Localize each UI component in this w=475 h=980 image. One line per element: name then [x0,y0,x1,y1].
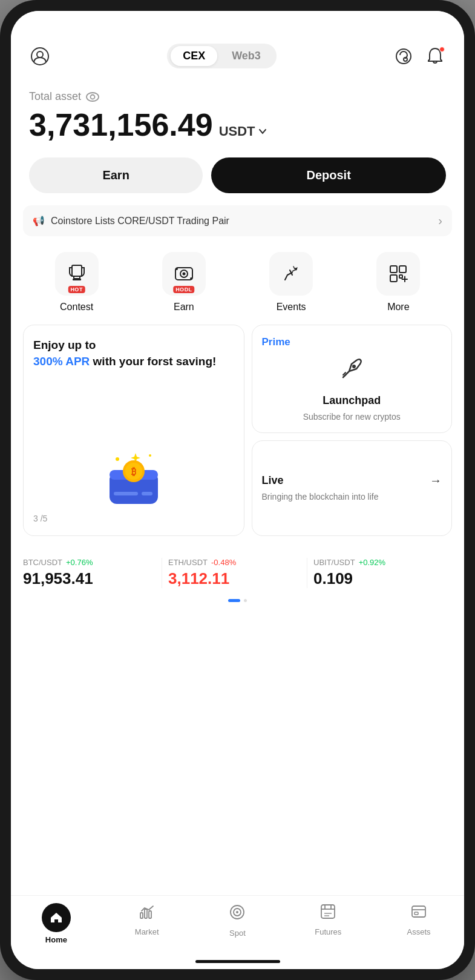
deposit-button[interactable]: Deposit [211,157,446,193]
eth-price: 3,112.11 [168,569,301,588]
nav-assets[interactable]: Assets [395,903,443,944]
svg-rect-28 [114,492,138,495]
scroll-content[interactable]: Total asset 3,731,156.49 USDT [11,78,464,895]
svg-rect-31 [140,913,143,918]
market-label: Market [135,927,159,936]
spot-icon [228,903,246,925]
home-icon [42,903,71,932]
events-label: Events [277,302,306,313]
promo-text-highlight: 300% APR [33,355,90,368]
assets-icon [410,903,427,924]
card-right: Prime Launchpad Subscribe for new crypto… [252,325,453,536]
svg-point-5 [91,94,95,99]
home-bar [11,956,464,969]
live-card[interactable]: Live → Bringing the blockchain into life [252,440,453,536]
home-indicator [195,960,280,963]
market-icon [139,903,156,924]
earn-badge: HODL [173,286,195,293]
svg-point-36 [236,911,238,913]
events-icon [280,263,302,285]
eth-change: -0.48% [211,558,236,567]
more-label: More [387,302,409,313]
nav-spot[interactable]: Spot [213,903,261,944]
svg-rect-44 [414,912,418,915]
web3-tab[interactable]: Web3 [220,46,273,66]
features-grid: HOT Contest HODL [11,246,464,325]
currency-label: USDT [219,124,255,139]
asset-currency[interactable]: USDT [219,124,267,139]
nav-futures[interactable]: Futures [304,903,352,944]
contest-icon [66,263,88,285]
announcement-banner[interactable]: 📢 Coinstore Lists CORE/USDT Trading Pair… [23,205,452,236]
svg-point-13 [190,277,192,280]
phone-frame: CEX Web3 [0,0,475,980]
status-bar [11,11,464,38]
notification-button[interactable] [424,45,446,67]
earn-icon-wrap: HODL [162,252,206,296]
eye-icon[interactable] [86,92,99,102]
nav-market[interactable]: Market [123,903,171,944]
launchpad-description: Subscribe for new cryptos [303,412,401,422]
nav-tabs: CEX Web3 [167,44,277,68]
launchpad-title: Launchpad [323,394,381,407]
action-buttons: Earn Deposit [11,157,464,205]
ubit-pair: UBIT/USDT [313,558,355,567]
svg-text:₿: ₿ [131,466,136,477]
total-asset-text: Total asset [29,90,81,103]
btc-price: 91,953.41 [23,569,156,588]
nav-home[interactable]: Home [32,903,80,944]
earn-icon [173,263,195,285]
more-icon-wrap [376,252,420,296]
announcement-text-group: 📢 Coinstore Lists CORE/USDT Trading Pair [33,215,229,227]
home-label: Home [45,935,67,944]
promo-text: Enjoy up to 300% APR with your forst sav… [33,337,234,369]
contest-label: Contest [60,302,93,313]
promo-card[interactable]: Enjoy up to 300% APR with your forst sav… [23,325,244,536]
live-header: Live → [262,474,442,488]
svg-rect-8 [73,279,81,280]
svg-rect-6 [72,265,82,276]
live-title: Live [262,474,284,487]
slide-indicator: 3 /5 [33,514,234,523]
bottom-nav: Home Market [11,895,464,956]
ticker-dots [11,594,464,609]
feature-events[interactable]: Events [269,252,313,313]
ticker-btc[interactable]: BTC/USDT +0.76% 91,953.41 [23,558,162,588]
promo-text-part2: with your forst saving! [93,355,217,368]
support-button[interactable] [393,45,414,67]
contest-badge: HOT [68,286,85,293]
assets-label: Assets [407,927,431,936]
cex-tab[interactable]: CEX [171,46,217,66]
svg-rect-16 [399,266,406,273]
spot-label: Spot [229,929,246,938]
ticker-eth[interactable]: ETH/USDT -0.48% 3,112.11 [162,558,307,588]
ticker-section: BTC/USDT +0.76% 91,953.41 ETH/USDT -0.48… [11,546,464,594]
events-icon-wrap [269,252,313,296]
svg-point-30 [352,365,356,368]
launchpad-card[interactable]: Prime Launchpad Subscribe for new crypto… [252,325,453,433]
svg-rect-7 [74,276,80,279]
earn-button[interactable]: Earn [29,157,203,193]
profile-button[interactable] [29,45,51,67]
svg-rect-29 [142,492,152,495]
top-nav: CEX Web3 [11,38,464,78]
live-description: Bringing the blockchain into life [262,491,442,503]
dot-inactive [244,599,247,602]
contest-icon-wrap: HOT [55,252,99,296]
announcement-chevron: › [438,214,442,228]
live-arrow: → [430,474,442,488]
feature-contest[interactable]: HOT Contest [55,252,99,313]
svg-point-1 [37,51,43,58]
notification-dot [439,47,445,52]
feature-more[interactable]: More [376,252,420,313]
futures-label: Futures [315,927,341,936]
eth-pair: ETH/USDT [168,558,208,567]
currency-dropdown-icon[interactable] [258,127,267,136]
feature-earn[interactable]: HODL Earn [162,252,206,313]
nav-icons [393,45,446,67]
ticker-ubit[interactable]: UBIT/USDT +0.92% 0.109 [307,558,452,588]
svg-rect-17 [390,275,397,282]
prime-label: Prime [262,336,442,348]
btc-pair: BTC/USDT [23,558,62,567]
svg-point-12 [175,268,178,270]
